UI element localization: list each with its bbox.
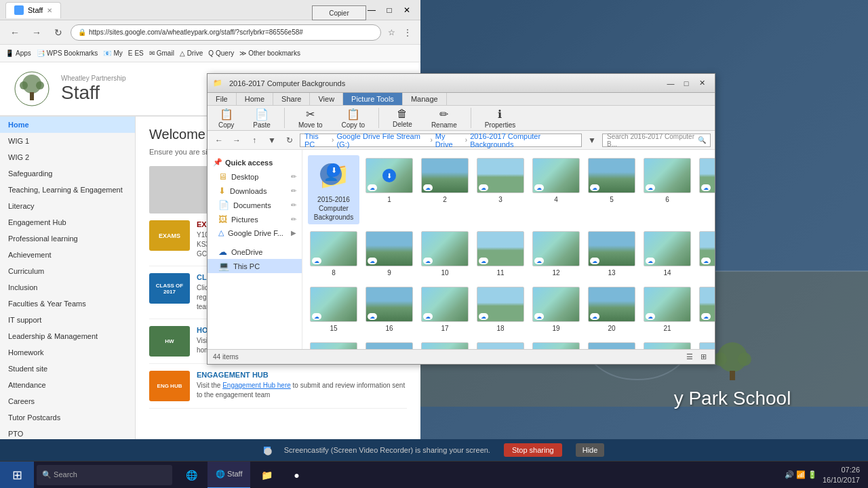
sidebar-item-tutor[interactable]: Tutor Postcards: [0, 409, 135, 426]
bookmark-es[interactable]: E ES: [128, 49, 144, 57]
taskbar-explorer-item[interactable]: 📁: [253, 462, 280, 489]
file-item-20[interactable]: ☁ 20: [586, 284, 637, 336]
file-item-18[interactable]: ☁ 18: [475, 284, 526, 336]
ribbon-tab-home[interactable]: Home: [237, 93, 273, 105]
bookmark-wps[interactable]: 📑 WPS Bookmarks: [37, 49, 98, 57]
search-bar[interactable]: Search 2016-2017 Computer B... 🔍: [602, 134, 711, 147]
close-button[interactable]: ✕: [399, 4, 415, 16]
file-item-27[interactable]: ☁ 27: [530, 340, 582, 349]
ribbon-tab-manage[interactable]: Manage: [403, 93, 447, 105]
sidebar-item-homework[interactable]: Homework: [0, 344, 135, 361]
bc-mydrive[interactable]: My Drive: [435, 132, 462, 148]
menu-icon[interactable]: ⋮: [400, 25, 415, 40]
sidebar-item-student-site[interactable]: Student site: [0, 361, 135, 377]
sidebar-item-achievement[interactable]: Achievement: [0, 247, 135, 263]
file-item-16[interactable]: ☁ 16: [363, 284, 415, 336]
sidebar-item-leadership[interactable]: Leadership & Management: [0, 328, 135, 344]
file-item-5[interactable]: ☁ 5: [586, 155, 637, 224]
explorer-close-btn[interactable]: ✕: [694, 77, 709, 89]
sidebar-item-prof-learning[interactable]: Professional learning: [0, 230, 135, 247]
sidebar-item-pto[interactable]: PTO: [0, 426, 135, 441]
file-item-4[interactable]: ☁ 4: [530, 155, 582, 224]
quick-access-header[interactable]: 📌 Quick access: [208, 155, 302, 169]
file-item-10[interactable]: ☁ 10: [419, 228, 471, 280]
file-item-29[interactable]: ☁ 29: [642, 340, 693, 349]
bookmark-drive[interactable]: △ Drive: [180, 49, 203, 57]
taskbar-search[interactable]: 🔍 Search: [37, 465, 172, 485]
file-item-7[interactable]: ☁ 7: [697, 155, 715, 224]
sidebar-item-teaching[interactable]: Teaching, Learning & Engagement: [0, 182, 135, 198]
bc-backgrounds[interactable]: 2016-2017 Computer Backgrounds: [470, 132, 577, 148]
sidebar-onedrive[interactable]: ☁ OneDrive: [208, 245, 302, 259]
ribbon-tab-share[interactable]: Share: [273, 93, 310, 105]
bookmark-apps[interactable]: 📱 Apps: [5, 49, 31, 57]
file-item-24[interactable]: ☁ 24: [363, 340, 415, 349]
ribbon-btn-properties[interactable]: ℹ Properties: [479, 106, 521, 130]
file-item-21[interactable]: ☁ 21: [642, 284, 693, 336]
maximize-button[interactable]: □: [381, 4, 397, 16]
bc-thispc[interactable]: This PC: [304, 132, 329, 148]
sidebar-item-home[interactable]: Home: [0, 117, 135, 133]
stop-sharing-button[interactable]: Stop sharing: [504, 443, 562, 457]
file-item-12[interactable]: ☁ 12: [530, 228, 582, 280]
bookmark-my[interactable]: 📧 My: [103, 49, 122, 57]
sidebar-downloads[interactable]: ⬇ Downloads ✏: [208, 184, 302, 198]
tab-close-btn[interactable]: ✕: [47, 7, 52, 14]
ribbon-btn-paste[interactable]: 📄 Paste: [248, 106, 276, 130]
file-item-15a[interactable]: ☁ 15: [697, 228, 715, 280]
file-item-28[interactable]: ☁ 28: [586, 340, 637, 349]
file-item-15b[interactable]: ☁ 15: [308, 284, 359, 336]
ribbon-btn-rename[interactable]: ✏ Rename: [426, 106, 462, 130]
file-item-25[interactable]: ☁ 25: [419, 340, 471, 349]
file-item-8[interactable]: ☁ 8: [308, 228, 359, 280]
tiles-view-btn[interactable]: ⊞: [697, 352, 709, 363]
file-item-26[interactable]: ☁ 26: [475, 340, 526, 349]
start-button[interactable]: ⊞: [0, 462, 34, 489]
file-item-3[interactable]: ☁ 3: [475, 155, 526, 224]
sidebar-item-wig2[interactable]: WIG 2: [0, 149, 135, 165]
address-bar[interactable]: 🔒 https://sites.google.com/a/wheatleypar…: [71, 24, 381, 41]
file-item-11[interactable]: ☁ 11: [475, 228, 526, 280]
star-icon[interactable]: ☆: [384, 25, 399, 40]
back-button[interactable]: ←: [5, 24, 24, 41]
sidebar-item-safeguarding[interactable]: Safeguarding: [0, 165, 135, 182]
file-item-22[interactable]: ☁ 22: [697, 284, 715, 336]
sidebar-item-inclusion[interactable]: Inclusion: [0, 279, 135, 296]
bc-googledrive[interactable]: Google Drive File Stream (G:): [336, 132, 427, 148]
nav-forward-btn[interactable]: →: [229, 134, 244, 147]
sidebar-pictures[interactable]: 🖼 Pictures ✏: [208, 212, 302, 226]
reload-button[interactable]: ↻: [49, 24, 68, 41]
taskbar-browser-item[interactable]: 🌐 Staff: [208, 462, 250, 489]
file-item-9[interactable]: ☁ 9: [363, 228, 415, 280]
sidebar-desktop[interactable]: 🖥 Desktop ✏: [208, 169, 302, 184]
bookmark-other[interactable]: ≫ Other bookmarks: [239, 49, 300, 57]
bookmark-gmail[interactable]: ✉ Gmail: [149, 49, 174, 57]
sidebar-documents[interactable]: 📄 Documents ✏: [208, 198, 302, 212]
file-item-17[interactable]: ☁ 17: [419, 284, 471, 336]
file-item-19[interactable]: ☁ 19: [530, 284, 582, 336]
sidebar-googledrive[interactable]: △ Google Drive F... ▶: [208, 226, 302, 239]
ribbon-tab-file[interactable]: File: [208, 93, 237, 105]
file-item-6[interactable]: ☁ 6: [642, 155, 693, 224]
bookmark-query[interactable]: Q Query: [208, 49, 234, 57]
sidebar-item-engagement[interactable]: Engagement Hub: [0, 214, 135, 230]
sidebar-item-curriculum[interactable]: Curriculum: [0, 263, 135, 279]
forward-button[interactable]: →: [27, 24, 46, 41]
nav-breadcrumb-dropdown[interactable]: ▼: [585, 134, 599, 147]
nav-refresh-btn[interactable]: ↻: [282, 134, 297, 147]
sidebar-thispc[interactable]: 💻 This PC: [208, 259, 302, 273]
sidebar-item-attendance[interactable]: Attendance: [0, 377, 135, 393]
ribbon-btn-delete[interactable]: 🗑 Delete: [387, 106, 418, 129]
sidebar-item-faculties[interactable]: Faculties & Year Teams: [0, 296, 135, 312]
ribbon-btn-copy[interactable]: 📋 Copy: [213, 106, 239, 130]
file-item-14[interactable]: ☁ 14: [642, 228, 693, 280]
sidebar-item-it[interactable]: IT support: [0, 312, 135, 328]
sidebar-item-wig1[interactable]: WIG 1: [0, 133, 135, 149]
nav-back-btn[interactable]: ←: [212, 134, 226, 147]
browser-tab[interactable]: Staff ✕: [5, 2, 61, 18]
nav-up-btn[interactable]: ↑: [247, 134, 262, 147]
ribbon-btn-copyto[interactable]: 📋 Copy to: [336, 106, 370, 130]
ribbon-tab-picture-tools[interactable]: Picture Tools: [343, 93, 403, 105]
explorer-minimize-btn[interactable]: —: [663, 77, 678, 89]
engagement-link[interactable]: Engagement Hub here: [222, 382, 291, 389]
